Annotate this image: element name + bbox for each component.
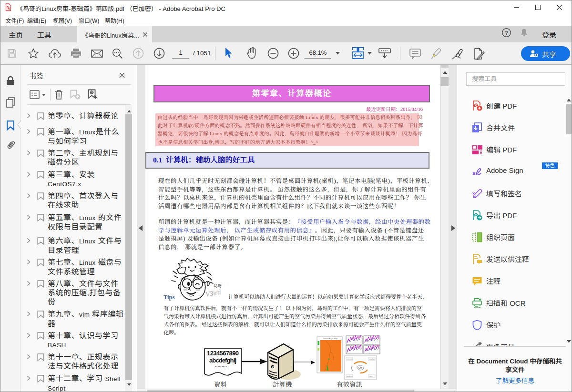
svg-text:?: ? xyxy=(505,30,508,36)
svg-text:鸟哥: 鸟哥 xyxy=(214,283,222,288)
svg-text:weather: weather xyxy=(369,358,375,360)
svg-text:Taiwan AQM map: Taiwan AQM map xyxy=(323,337,338,340)
svg-text:1234567890: 1234567890 xyxy=(207,350,239,357)
svg-text:V3ird: V3ird xyxy=(205,288,222,298)
svg-text:emission: emission xyxy=(347,358,353,360)
svg-text:analysis: analysis xyxy=(347,375,353,377)
svg-text:.........: ......... xyxy=(215,363,227,368)
svg-text:report: report xyxy=(369,375,373,377)
svg-text:GM: GM xyxy=(358,367,362,369)
